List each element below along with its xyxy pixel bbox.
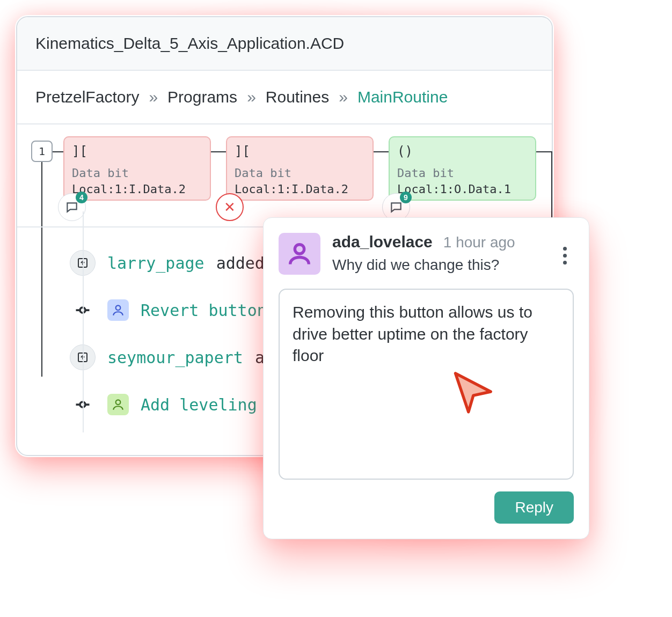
instruction-kind: ][ [235, 143, 365, 160]
user-icon [111, 303, 125, 317]
commit-dot-icon [70, 396, 96, 413]
reply-input[interactable] [279, 289, 574, 480]
instruction-label: Data bit [397, 165, 528, 181]
kebab-dot-icon [563, 261, 567, 265]
breadcrumb-item-active[interactable]: MainRoutine [357, 88, 448, 106]
commit-push-icon [70, 344, 96, 370]
svg-point-4 [80, 402, 85, 407]
rung-number-value: 1 [39, 145, 45, 158]
instruction-tag: Local:1:I.Data.2 [72, 181, 202, 197]
comment-icon [65, 200, 79, 214]
breadcrumb: PretzelFactory » Programs » Routines » M… [17, 71, 552, 124]
commit-push-icon [70, 250, 96, 276]
reply-button[interactable]: Reply [494, 491, 574, 524]
kebab-dot-icon [563, 247, 567, 251]
avatar [279, 233, 320, 275]
breadcrumb-sep: » [339, 88, 348, 106]
breadcrumb-item[interactable]: PretzelFactory [35, 88, 139, 106]
svg-point-6 [295, 245, 304, 254]
svg-rect-3 [78, 353, 87, 362]
avatar [107, 394, 129, 415]
comment-bubble[interactable]: 4 [58, 193, 86, 221]
ladder-instruction[interactable]: () Data bit Local:1:O.Data.1 [389, 136, 536, 201]
instruction-label: Data bit [72, 165, 202, 181]
breadcrumb-item[interactable]: Routines [266, 88, 329, 106]
instruction-tag: Local:1:O.Data.1 [397, 181, 528, 197]
instruction-kind: ][ [72, 143, 202, 160]
close-icon: ✕ [224, 199, 236, 216]
commit-dot-icon [70, 302, 96, 318]
breadcrumb-sep: » [149, 88, 158, 106]
comment-popover: ada_lovelace 1 hour ago Why did we chang… [263, 217, 589, 539]
breadcrumb-item[interactable]: Programs [167, 88, 237, 106]
instruction-label: Data bit [235, 165, 365, 181]
instruction-kind: () [397, 143, 528, 160]
breadcrumb-sep: » [247, 88, 256, 106]
comment-count-badge: 4 [76, 192, 87, 203]
avatar [107, 299, 129, 321]
comment-icon [389, 200, 403, 214]
error-indicator[interactable]: ✕ [216, 193, 244, 221]
user-icon [286, 240, 313, 268]
comment-time: 1 hour ago [443, 234, 515, 251]
file-name: Kinematics_Delta_5_Axis_Application.ACD [35, 34, 344, 53]
svg-rect-0 [78, 259, 87, 267]
svg-point-1 [80, 307, 85, 313]
kebab-dot-icon [563, 254, 567, 258]
svg-point-5 [116, 400, 121, 405]
activity-user: larry_page [107, 254, 204, 273]
more-menu-button[interactable] [556, 233, 574, 275]
ladder-diagram: 1 ][ Data bit Local:1:I.Data.2 4 ][ [17, 124, 552, 226]
instruction-tag: Local:1:I.Data.2 [235, 181, 365, 197]
comment-body: Why did we change this? [332, 256, 544, 274]
ladder-instruction[interactable]: ][ Data bit Local:1:I.Data.2 [226, 136, 374, 201]
comment-author: ada_lovelace [332, 233, 433, 251]
user-icon [111, 398, 125, 412]
svg-point-2 [116, 305, 121, 310]
rung-number[interactable]: 1 [31, 141, 53, 162]
ladder-instruction[interactable]: ][ Data bit Local:1:I.Data.2 [63, 136, 211, 201]
window-title: Kinematics_Delta_5_Axis_Application.ACD [17, 17, 552, 71]
cursor-icon [448, 368, 496, 416]
comment-count-badge: 9 [400, 192, 412, 203]
activity-user: seymour_papert [107, 348, 243, 367]
